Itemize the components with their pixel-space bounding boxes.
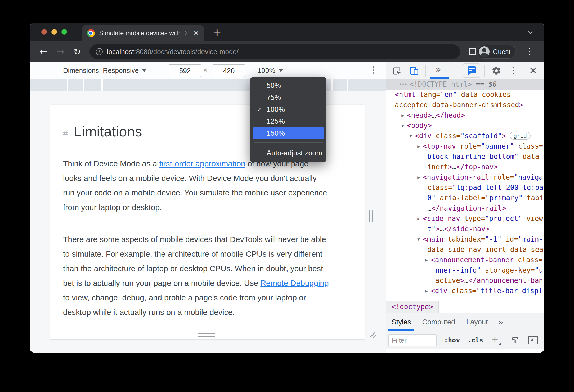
- paragraph-line: run your code on a mobile device. You si…: [63, 185, 365, 200]
- paragraph: There are some aspects of mobile devices…: [63, 232, 365, 319]
- dimensions-select[interactable]: Dimensions: Responsive: [63, 62, 147, 79]
- side-panel-icon[interactable]: [469, 48, 476, 55]
- settings-gear-icon[interactable]: [492, 66, 501, 75]
- dom-tree-line[interactable]: ▸<div class="title-bar displ: [386, 286, 544, 296]
- code-token: "primary": [485, 194, 523, 202]
- dom-tree-line[interactable]: ▸<top-nav role="banner" class=: [386, 141, 544, 152]
- code-token: class=: [514, 142, 543, 150]
- zoom-select[interactable]: 100%: [258, 62, 283, 79]
- viewport-width-input[interactable]: [169, 64, 201, 77]
- devtools-menu-icon[interactable]: [513, 67, 514, 74]
- dom-tree-line[interactable]: active>…</announcement-bann: [386, 275, 544, 286]
- rendering-emulation-icon[interactable]: [510, 336, 520, 345]
- menu-item-auto-adjust-zoom[interactable]: Auto-adjust zoom: [250, 146, 326, 160]
- site-info-icon[interactable]: i: [96, 48, 103, 55]
- new-tab-button[interactable]: +: [213, 27, 222, 38]
- dock-sidebar-toggle-icon[interactable]: [528, 336, 538, 344]
- devtools-close-icon[interactable]: [529, 66, 537, 74]
- code-token: data-side-nav-inert data-sear: [427, 246, 544, 253]
- expand-arrow-icon[interactable]: ▸: [423, 286, 430, 296]
- tab-layout[interactable]: Layout: [466, 313, 488, 331]
- more-panels-icon[interactable]: »: [436, 64, 441, 74]
- collapse-arrow-icon[interactable]: ▾: [407, 131, 414, 141]
- text-run: bet is to actually run your page on a mo…: [63, 279, 260, 287]
- dom-tree-line[interactable]: ▸<announcement-banner class=: [386, 255, 544, 265]
- dom-tree-line[interactable]: block hairline-bottom" data-s: [386, 152, 544, 162]
- code-token: …: [464, 277, 469, 284]
- macos-fullscreen-button[interactable]: [61, 29, 67, 35]
- dom-tree-line[interactable]: ▾<div class="scaffold">grid: [386, 131, 544, 141]
- menu-item-100pct[interactable]: ✓100%: [250, 104, 326, 115]
- code-token: block hairline-bottom": [427, 153, 518, 161]
- dom-tree-line[interactable]: ▾<body>: [386, 121, 544, 131]
- dom-tree-line[interactable]: 0" aria-label="primary" tabin: [386, 193, 544, 203]
- expand-arrow-icon[interactable]: ▸: [415, 141, 422, 152]
- device-toolbar-menu-icon[interactable]: [373, 66, 374, 74]
- tab-styles[interactable]: Styles: [392, 313, 411, 331]
- dom-tree-line[interactable]: ▸<navigation-rail role="naviga: [386, 172, 544, 182]
- viewport-height-input[interactable]: [213, 64, 245, 77]
- code-token: data-s: [518, 153, 544, 161]
- dom-tree-line[interactable]: ▾<main tabindex="-1" id="main-: [386, 234, 544, 244]
- expand-arrow-icon[interactable]: ▸: [400, 110, 406, 121]
- dom-tree-line[interactable]: data-side-nav-inert data-sear: [386, 244, 544, 255]
- viewport-resize-handle-bottom[interactable]: [198, 333, 215, 337]
- menu-item-150pct[interactable]: 150%: [253, 127, 324, 139]
- collapse-arrow-icon[interactable]: ▾: [415, 234, 422, 244]
- text-link[interactable]: first-order approximation: [159, 159, 245, 168]
- code-token: <side-nav: [423, 215, 464, 222]
- profile-button[interactable]: Guest: [477, 45, 516, 59]
- dom-tree-line[interactable]: ▸<side-nav type="project" view: [386, 213, 544, 224]
- menu-item-50pct[interactable]: 50%: [250, 80, 326, 92]
- more-tabs-icon[interactable]: »: [498, 318, 503, 327]
- tab-search-chevron-icon[interactable]: [528, 30, 533, 35]
- dom-tree-line[interactable]: …</navigation-rail>: [386, 203, 544, 213]
- heading-anchor-hash[interactable]: #: [63, 128, 68, 139]
- new-style-rule-button[interactable]: +: [492, 333, 498, 346]
- zoom-dropdown-menu: 50%75%✓100%125%150% Auto-adjust zoom: [250, 77, 326, 162]
- inspect-element-icon[interactable]: [392, 66, 402, 76]
- grid-badge[interactable]: grid: [510, 132, 531, 140]
- paragraph-line: to simulate. For example, the architectu…: [63, 247, 365, 261]
- expand-arrow-icon[interactable]: ▸: [423, 255, 430, 265]
- text-link[interactable]: Remote Debugging: [260, 279, 329, 287]
- toggle-element-state-button[interactable]: :hov: [444, 331, 460, 349]
- code-token: <main: [423, 235, 448, 243]
- code-token: <top-nav: [423, 142, 460, 150]
- code-token: role=: [493, 173, 514, 181]
- dom-tree-line[interactable]: <html lang="en" data-cookies-: [386, 90, 544, 100]
- dimensions-separator: ×: [203, 66, 207, 74]
- code-token: view: [522, 215, 543, 222]
- viewport-resize-handle-corner[interactable]: [369, 331, 377, 338]
- dom-tree-line[interactable]: inert>…</top-nav>: [386, 162, 544, 172]
- reload-button[interactable]: ↻: [73, 47, 81, 56]
- code-token: inert: [427, 163, 448, 171]
- macos-minimize-button[interactable]: [51, 29, 57, 35]
- breadcrumb[interactable]: <!doctype>: [386, 301, 439, 313]
- feedback-button[interactable]: [463, 63, 480, 78]
- dom-tree-line[interactable]: class="lg:pad-left-200 lg:pad: [386, 182, 544, 193]
- element-classes-button[interactable]: .cls: [467, 331, 483, 349]
- address-bar[interactable]: i localhost:8080/docs/devtools/device-mo…: [89, 44, 460, 59]
- dom-tree-line[interactable]: ▸<head>…</head>: [386, 110, 544, 121]
- page-title: Limitations: [74, 123, 142, 140]
- expand-arrow-icon[interactable]: ▸: [415, 172, 422, 182]
- browser-tab[interactable]: Simulate mobile devices with D ✕: [82, 25, 204, 41]
- tab-computed[interactable]: Computed: [422, 313, 455, 331]
- dom-tree-line[interactable]: t">…</side-nav>: [386, 224, 544, 234]
- dom-tree-line[interactable]: •••<!DOCTYPE html> == $0: [386, 79, 544, 90]
- collapse-arrow-icon[interactable]: ▾: [400, 121, 406, 131]
- browser-menu-icon[interactable]: [529, 48, 530, 55]
- dom-tree-line[interactable]: nner--info" storage-key="us: [386, 265, 544, 275]
- tab-close-icon[interactable]: ✕: [193, 29, 199, 37]
- macos-close-button[interactable]: [41, 29, 47, 35]
- menu-item-125pct[interactable]: 125%: [250, 115, 326, 127]
- menu-item-75pct[interactable]: 75%: [250, 92, 326, 104]
- styles-filter-input[interactable]: [388, 334, 437, 346]
- code-token: "-1": [485, 235, 502, 243]
- back-button[interactable]: ←: [39, 47, 47, 56]
- viewport-resize-handle-right[interactable]: [369, 210, 373, 222]
- expand-arrow-icon[interactable]: ▸: [415, 213, 422, 224]
- dom-tree-line[interactable]: accepted data-banner-dismissed>: [386, 100, 544, 110]
- device-toolbar-toggle-icon[interactable]: [409, 66, 419, 76]
